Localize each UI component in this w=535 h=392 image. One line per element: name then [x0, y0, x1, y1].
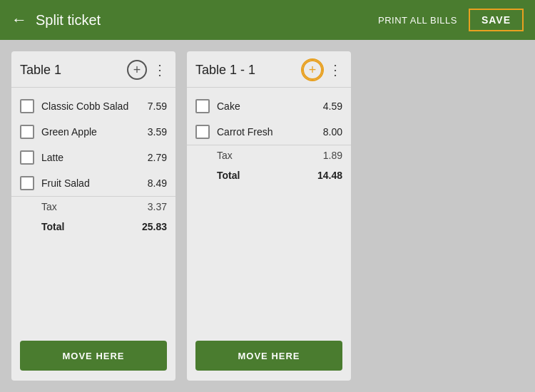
app-header: ← Split ticket PRINT ALL BILLS SAVE: [0, 0, 535, 40]
table-row: Latte 2.79: [11, 145, 175, 170]
table1-panel-header: Table 1 + ⋮: [11, 51, 175, 88]
tax-value: 1.89: [314, 150, 342, 161]
item-checkbox[interactable]: [20, 150, 34, 165]
main-content: Table 1 + ⋮ Classic Cobb Salad 7.59 Gree…: [0, 40, 535, 392]
item-price: 8.00: [314, 126, 342, 138]
tax-value: 3.37: [138, 201, 167, 212]
table1-1-move-here-button[interactable]: MOVE HERE: [195, 341, 342, 371]
table1-add-button[interactable]: +: [127, 60, 147, 80]
tax-label: Tax: [41, 201, 138, 212]
item-price: 4.59: [314, 100, 342, 112]
total-label: Total: [217, 170, 314, 181]
back-button[interactable]: ←: [11, 11, 27, 29]
tax-label: Tax: [217, 150, 314, 161]
table1-1-panel-header: Table 1 - 1 + ⋮: [187, 51, 351, 88]
item-checkbox[interactable]: [20, 99, 34, 113]
table-row: Carrot Fresh 8.00: [187, 119, 351, 145]
table1-total-row: Total 25.83: [11, 217, 175, 239]
print-all-bills-button[interactable]: PRINT ALL BILLS: [378, 15, 457, 26]
table-row: Classic Cobb Salad 7.59: [11, 93, 175, 119]
table1-1-add-button[interactable]: +: [302, 60, 322, 80]
table1-1-total-row: Total 14.48: [187, 165, 351, 188]
item-name: Cake: [217, 100, 314, 112]
table-row: Cake 4.59: [187, 93, 351, 119]
total-value: 25.83: [138, 221, 167, 232]
save-button[interactable]: SAVE: [469, 9, 524, 31]
table1-move-here-button[interactable]: MOVE HERE: [20, 341, 167, 371]
table1-tax-row: Tax 3.37: [11, 197, 175, 217]
item-price: 3.59: [138, 126, 167, 138]
item-name: Green Apple: [41, 126, 138, 138]
table1-1-title: Table 1 - 1: [195, 63, 302, 78]
item-name: Classic Cobb Salad: [41, 100, 138, 112]
table1-panel: Table 1 + ⋮ Classic Cobb Salad 7.59 Gree…: [11, 51, 175, 381]
item-price: 8.49: [138, 177, 167, 189]
item-name: Fruit Salad: [41, 177, 138, 189]
table1-title: Table 1: [20, 63, 127, 78]
item-checkbox[interactable]: [20, 176, 34, 190]
table1-1-panel: Table 1 - 1 + ⋮ Cake 4.59 Carrot Fresh 8…: [187, 51, 351, 381]
total-value: 14.48: [314, 170, 342, 181]
item-checkbox[interactable]: [195, 125, 210, 139]
table-row: Fruit Salad 8.49: [11, 170, 175, 196]
table1-1-items-list: Cake 4.59 Carrot Fresh 8.00 Tax 1.89 Tot…: [187, 88, 351, 341]
total-label: Total: [41, 221, 138, 232]
table1-1-tax-row: Tax 1.89: [187, 145, 351, 165]
item-checkbox[interactable]: [20, 125, 34, 139]
table1-more-button[interactable]: ⋮: [153, 63, 167, 77]
item-price: 2.79: [138, 152, 167, 163]
item-name: Carrot Fresh: [217, 126, 314, 138]
item-name: Latte: [41, 152, 138, 163]
item-checkbox[interactable]: [195, 99, 210, 113]
page-title: Split ticket: [36, 12, 378, 29]
item-price: 7.59: [138, 100, 167, 112]
table1-items-list: Classic Cobb Salad 7.59 Green Apple 3.59…: [11, 88, 175, 341]
table1-1-more-button[interactable]: ⋮: [328, 63, 342, 77]
table-row: Green Apple 3.59: [11, 119, 175, 145]
